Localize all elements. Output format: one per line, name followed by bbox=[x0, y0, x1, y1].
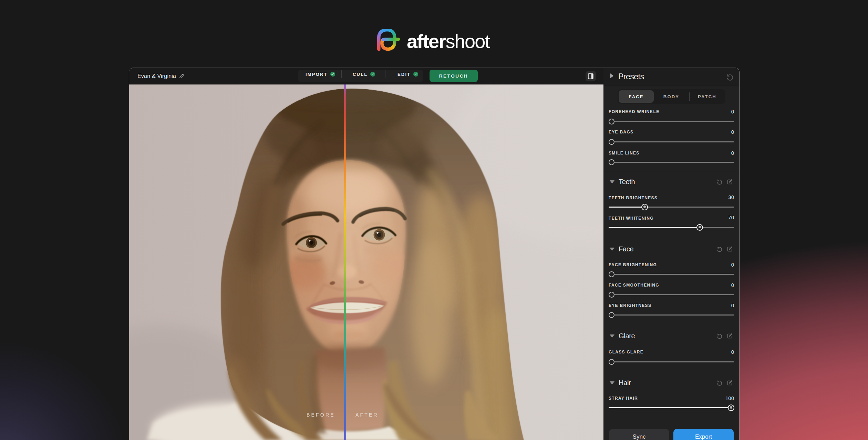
svg-text:AFTER: AFTER bbox=[355, 412, 379, 418]
svg-text:BEFORE: BEFORE bbox=[307, 412, 335, 418]
